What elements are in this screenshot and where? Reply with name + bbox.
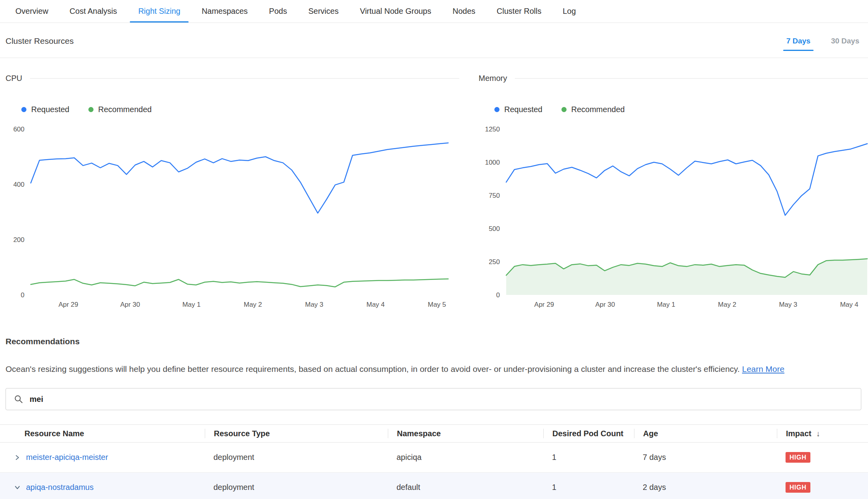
svg-text:600: 600 [13,126,24,133]
recommendations-section: Recommendations Ocean's resizing suggest… [0,337,868,499]
svg-text:0: 0 [496,291,500,299]
svg-text:200: 200 [13,236,24,244]
svg-text:May 3: May 3 [779,301,797,308]
cluster-resources-header: Cluster Resources 7 Days30 Days [0,23,868,58]
chevron-down-icon[interactable] [12,484,21,491]
namespace-cell: default [388,483,543,492]
svg-text:500: 500 [489,225,500,233]
column-header-desired-pod-count[interactable]: Desired Pod Count [543,429,634,438]
legend-label: Requested [504,105,542,114]
svg-text:May 2: May 2 [718,301,736,308]
charts-row: CPU Requested Recommended 0200400600Apr … [0,74,868,309]
svg-text:Apr 30: Apr 30 [120,301,140,308]
memory-chart-title: Memory [479,74,507,83]
age-cell: 7 days [634,453,777,462]
cpu-chart-title-row: CPU [6,74,459,83]
recommendations-table-header: Resource NameResource TypeNamespaceDesir… [0,424,868,443]
recommended-dot-icon [561,107,567,112]
range-7-days[interactable]: 7 Days [786,37,810,45]
resource-type-cell: deployment [205,483,388,492]
svg-text:May 2: May 2 [244,301,262,308]
svg-text:May 1: May 1 [182,301,200,308]
impact-badge: HIGH [786,452,810,463]
pod-count-cell: 1 [543,453,634,462]
legend-item-recommended: Recommended [88,105,152,114]
tab-right-sizing[interactable]: Right Sizing [127,0,191,23]
search-box[interactable] [6,388,861,410]
divider-line [515,78,868,79]
range-30-days[interactable]: 30 Days [831,37,859,45]
nav-tabs: OverviewCost AnalysisRight SizingNamespa… [0,0,868,23]
tab-nodes[interactable]: Nodes [442,0,486,23]
legend-label: Recommended [98,105,152,114]
resource-name-link[interactable]: meister-apiciqa-meister [26,453,108,462]
divider-line [30,78,459,79]
resource-type-cell: deployment [205,453,388,462]
resource-name-cell: apiqa-nostradamus [0,483,205,492]
resource-name-cell: meister-apiciqa-meister [0,453,205,462]
column-header-age[interactable]: Age [634,429,777,438]
legend-item-recommended: Recommended [561,105,625,114]
search-icon [14,394,23,404]
resource-name-link[interactable]: apiqa-nostradamus [26,483,94,492]
svg-text:Apr 30: Apr 30 [595,301,615,308]
memory-chart-panel: Memory Requested Recommended 02505007501… [479,74,868,309]
svg-text:0: 0 [21,291,24,299]
right-sizing-page: OverviewCost AnalysisRight SizingNamespa… [0,0,868,499]
legend-label: Requested [31,105,69,114]
tab-services[interactable]: Services [297,0,349,23]
tab-log[interactable]: Log [552,0,586,23]
column-header-namespace[interactable]: Namespace [388,429,543,438]
svg-text:750: 750 [489,192,500,199]
learn-more-link[interactable]: Learn More [742,364,784,373]
recommendations-table: Resource NameResource TypeNamespaceDesir… [0,424,868,499]
table-row[interactable]: apiqa-nostradamusdeploymentdefault12 day… [0,473,868,499]
cpu-chart-panel: CPU Requested Recommended 0200400600Apr … [6,74,459,309]
tab-namespaces[interactable]: Namespaces [191,0,258,23]
legend-item-requested: Requested [21,105,69,114]
table-row[interactable]: meister-apiciqa-meisterdeploymentapiciqa… [0,443,868,473]
svg-text:May 1: May 1 [657,301,675,308]
requested-dot-icon [21,107,26,112]
impact-cell: HIGH [777,452,868,463]
column-header-resource-type[interactable]: Resource Type [205,429,388,438]
legend-label: Recommended [571,105,625,114]
memory-chart-title-row: Memory [479,74,868,83]
chevron-right-icon[interactable] [12,454,21,461]
sort-desc-icon[interactable]: ↓ [816,429,820,438]
column-header-impact[interactable]: Impact↓ [777,429,868,438]
svg-text:400: 400 [13,181,24,188]
cpu-chart: 0200400600Apr 29Apr 30May 1May 2May 3May… [6,124,459,309]
svg-text:Apr 29: Apr 29 [534,301,554,308]
impact-badge: HIGH [786,482,810,493]
svg-text:250: 250 [489,258,500,266]
tab-overview[interactable]: Overview [5,0,59,23]
time-range-toggle: 7 Days30 Days [786,37,860,45]
svg-text:May 4: May 4 [840,301,858,308]
recommendations-description: Ocean's resizing suggestions will help y… [0,364,868,374]
column-header-resource-name[interactable]: Resource Name [0,429,205,438]
cluster-resources-title: Cluster Resources [6,36,74,46]
impact-cell: HIGH [777,482,868,493]
tab-cluster-rolls[interactable]: Cluster Rolls [486,0,552,23]
age-cell: 2 days [634,483,777,492]
namespace-cell: apiciqa [388,453,543,462]
recommendations-title: Recommendations [0,337,868,346]
recommended-dot-icon [88,107,94,112]
tab-virtual-node-groups[interactable]: Virtual Node Groups [349,0,442,23]
search-input[interactable] [30,395,853,404]
cpu-legend: Requested Recommended [21,105,459,114]
svg-text:May 4: May 4 [367,301,385,308]
tab-pods[interactable]: Pods [258,0,298,23]
legend-item-requested: Requested [494,105,542,114]
svg-text:1250: 1250 [485,126,500,133]
requested-dot-icon [494,107,499,112]
recommendations-table-body: meister-apiciqa-meisterdeploymentapiciqa… [0,443,868,499]
svg-text:May 5: May 5 [428,301,446,308]
svg-text:Apr 29: Apr 29 [58,301,78,308]
memory-chart: 025050075010001250Apr 29Apr 30May 1May 2… [479,124,868,309]
svg-text:May 3: May 3 [305,301,323,308]
tab-cost-analysis[interactable]: Cost Analysis [59,0,127,23]
pod-count-cell: 1 [543,483,634,492]
cpu-chart-title: CPU [6,74,22,83]
